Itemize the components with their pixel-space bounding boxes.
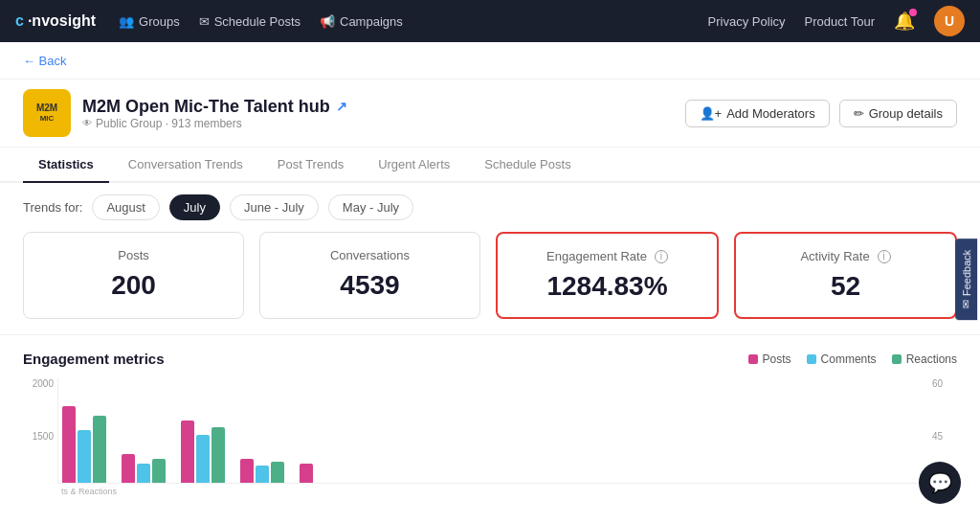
y-axis-labels-row: ts & Reactions Posts (23, 484, 957, 496)
product-tour-link[interactable]: Product Tour (805, 14, 875, 29)
stat-engagement-value: 1284.83% (517, 271, 698, 302)
chat-icon: 💬 (928, 471, 952, 494)
group-actions: 👤+ Add Moderators ✏ Group details (685, 100, 957, 127)
add-moderators-button[interactable]: 👤+ Add Moderators (685, 100, 830, 127)
tab-conversation-trends[interactable]: Conversation Trends (113, 148, 258, 181)
stat-activity-title: Activity Rate i (755, 249, 936, 263)
stat-activity-rate: Activity Rate i 52 (734, 232, 957, 319)
group-details: M2M Open Mic-The Talent hub ↗ 👁 Public G… (82, 97, 347, 130)
engagement-info-icon[interactable]: i (655, 250, 668, 263)
group-header: M2M MIC M2M Open Mic-The Talent hub ↗ 👁 … (0, 80, 980, 148)
legend-posts-dot (748, 354, 758, 364)
stat-activity-value: 52 (755, 271, 936, 302)
bar-posts-3 (181, 421, 194, 483)
trends-label: Trends for: (23, 200, 82, 215)
filter-may-july[interactable]: May - July (328, 194, 413, 220)
bar-comments-3 (196, 435, 210, 483)
legend-comments: Comments (807, 352, 877, 366)
bar-group-3 (181, 421, 225, 483)
legend-posts: Posts (748, 352, 791, 366)
nav-groups[interactable]: 👥 Groups (119, 14, 180, 29)
logo-c: c (15, 12, 24, 30)
bar-posts-1 (62, 406, 76, 483)
filter-july[interactable]: July (169, 194, 220, 220)
add-moderators-icon: 👤+ (700, 106, 723, 121)
filter-june-july[interactable]: June - July (230, 194, 319, 220)
y-axis-left: 2000 1500 (23, 378, 57, 484)
group-name: M2M Open Mic-The Talent hub ↗ (82, 97, 347, 117)
tabs: Statistics Conversation Trends Post Tren… (0, 148, 980, 183)
tab-post-trends[interactable]: Post Trends (262, 148, 359, 181)
stat-posts: Posts 200 (23, 232, 244, 319)
bar-comments-2 (137, 464, 150, 483)
bar-reactions-1 (93, 416, 106, 483)
nav-campaigns[interactable]: 📢 Campaigns (320, 14, 403, 29)
legend-comments-dot (807, 354, 816, 364)
bar-reactions-3 (212, 427, 225, 483)
chart-bars-area (57, 378, 928, 484)
logo: c ·nvosight (15, 12, 96, 30)
stat-posts-title: Posts (43, 248, 224, 262)
bar-comments-4 (256, 466, 269, 483)
navbar: c ·nvosight 👥 Groups ✉ Schedule Posts 📢 … (0, 0, 980, 42)
bar-reactions-2 (152, 459, 166, 483)
schedule-icon: ✉ (199, 14, 210, 29)
trends-filter: Trends for: August July June - July May … (0, 183, 980, 232)
group-meta: 👁 Public Group · 913 members (82, 117, 347, 130)
stats-row: Posts 200 Conversations 4539 Engagement … (0, 232, 980, 334)
stat-engagement-title: Engagement Rate i (517, 249, 698, 263)
engagement-title: Engagement metrics (23, 351, 165, 367)
stat-posts-value: 200 (43, 270, 224, 301)
group-logo: M2M MIC (23, 89, 71, 137)
tab-schedule-posts[interactable]: Schedule Posts (469, 148, 586, 181)
nav-right: Privacy Policy Product Tour 🔔 U (708, 6, 965, 36)
nav-links: 👥 Groups ✉ Schedule Posts 📢 Campaigns (119, 14, 685, 29)
nav-schedule[interactable]: ✉ Schedule Posts (199, 14, 301, 29)
group-external-link[interactable]: ↗ (336, 99, 347, 114)
feedback-icon: ✉ (960, 300, 972, 308)
stat-conversations-value: 4539 (279, 270, 460, 301)
bar-group-1 (62, 406, 106, 483)
avatar-initials: U (945, 13, 954, 29)
legend-reactions-dot (892, 354, 902, 364)
notification-bell[interactable]: 🔔 (894, 11, 915, 32)
engagement-header: Engagement metrics Posts Comments Reacti… (23, 351, 957, 367)
y-axis-left-label: ts & Reactions (57, 486, 928, 496)
tab-statistics[interactable]: Statistics (23, 148, 109, 181)
bar-comments-1 (78, 430, 91, 483)
pencil-icon: ✏ (854, 106, 864, 121)
chart-legend: Posts Comments Reactions (748, 352, 957, 366)
stat-conversations: Conversations 4539 (259, 232, 480, 319)
bar-posts-5 (300, 464, 313, 483)
bar-group-2 (122, 454, 166, 483)
back-link[interactable]: ← Back (23, 54, 67, 68)
campaigns-icon: 📢 (320, 14, 335, 29)
group-info: M2M MIC M2M Open Mic-The Talent hub ↗ 👁 … (23, 89, 347, 137)
privacy-policy-link[interactable]: Privacy Policy (708, 14, 786, 29)
back-bar: ← Back (0, 42, 980, 80)
bar-posts-2 (122, 454, 135, 483)
filter-august[interactable]: August (92, 194, 159, 220)
stat-engagement-rate: Engagement Rate i 1284.83% (496, 232, 719, 319)
user-avatar[interactable]: U (934, 6, 965, 36)
bar-group-5 (300, 464, 344, 483)
engagement-section: Engagement metrics Posts Comments Reacti… (0, 334, 980, 496)
main-content: ← Back M2M MIC M2M Open Mic-The Talent h… (0, 42, 980, 523)
group-visibility-icon: 👁 (82, 118, 92, 128)
legend-reactions: Reactions (892, 352, 957, 366)
stat-conversations-title: Conversations (279, 248, 460, 262)
logo-text: ·nvosight (28, 12, 96, 30)
tab-urgent-alerts[interactable]: Urgent Alerts (363, 148, 465, 181)
chat-button[interactable]: 💬 (919, 462, 961, 504)
activity-info-icon[interactable]: i (878, 250, 891, 263)
bar-reactions-4 (271, 462, 284, 483)
bar-group-4 (240, 459, 284, 483)
feedback-tab[interactable]: ✉ Feedback (955, 239, 977, 320)
bar-posts-4 (240, 459, 254, 483)
group-details-button[interactable]: ✏ Group details (839, 100, 957, 127)
groups-icon: 👥 (119, 14, 134, 29)
notification-dot (909, 9, 917, 16)
